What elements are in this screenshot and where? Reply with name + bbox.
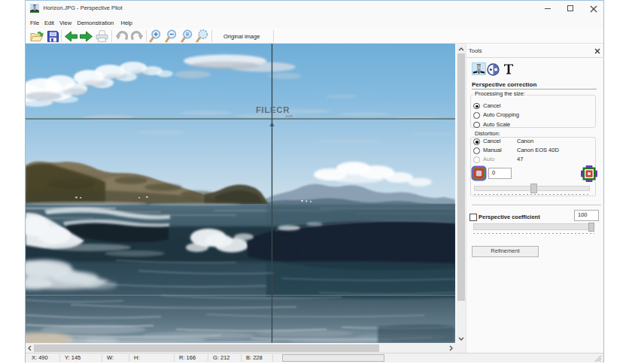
svg-text:.com: .com (284, 114, 293, 118)
svg-text:FILECR: FILECR (256, 105, 290, 114)
